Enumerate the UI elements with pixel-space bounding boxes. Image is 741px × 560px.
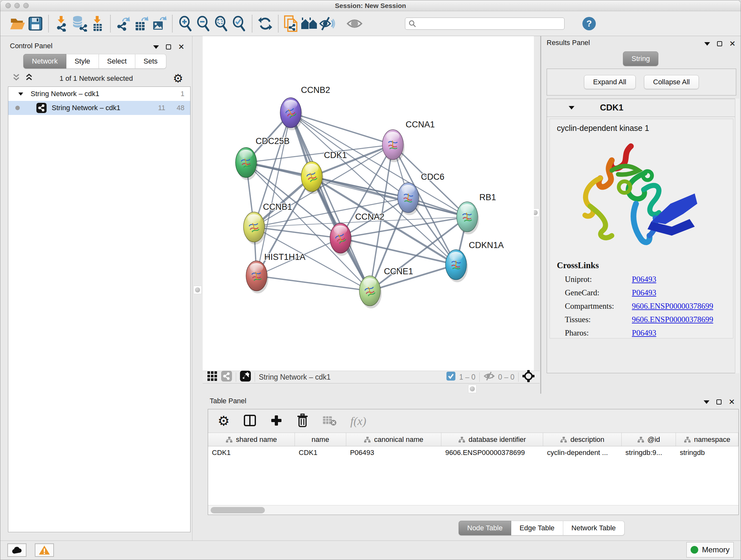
zoom-out-icon[interactable]: [194, 15, 212, 33]
network-node-CDKN1A[interactable]: CDKN1A: [446, 240, 504, 282]
import-network-file-icon[interactable]: [53, 15, 71, 33]
float-panel-icon[interactable]: [166, 44, 171, 50]
search-input[interactable]: [419, 20, 561, 28]
network-node-RB1[interactable]: RB1: [457, 192, 496, 234]
scrollbar-thumb[interactable]: [211, 507, 265, 513]
zoom-selected-icon[interactable]: [230, 15, 248, 33]
column-header-sharedname[interactable]: shared name: [208, 433, 295, 446]
zoom-fit-icon[interactable]: [212, 15, 230, 33]
tab-sets[interactable]: Sets: [135, 54, 166, 69]
zoom-in-icon[interactable]: [177, 15, 194, 33]
gene-section: CDK1 cyclin-dependent kinase 1: [547, 99, 736, 373]
column-header-databaseidentifier[interactable]: database identifier: [441, 433, 543, 446]
node-label: RB1: [479, 192, 496, 202]
toolbar-separator: [252, 15, 253, 32]
import-network-database-icon[interactable]: [71, 15, 88, 33]
netbar-separator: [518, 372, 519, 382]
warnings-button[interactable]: [35, 543, 54, 557]
column-header-canonicalname[interactable]: canonical name: [346, 433, 442, 446]
network-edge[interactable]: [254, 227, 340, 238]
apply-layout-icon[interactable]: [256, 15, 274, 33]
network-node-HIST1H1A[interactable]: HIST1H1A: [246, 252, 306, 294]
first-neighbors-icon[interactable]: [300, 15, 318, 33]
network-edge[interactable]: [257, 276, 370, 291]
network-row-selected[interactable]: String Network – cdk1 11 48: [8, 101, 190, 115]
selected-checkbox-icon[interactable]: [447, 372, 455, 382]
help-button[interactable]: ?: [583, 17, 596, 30]
tab-string-results[interactable]: String: [623, 51, 658, 66]
network-edge[interactable]: [291, 113, 370, 291]
export-network-icon[interactable]: [115, 15, 132, 33]
panel-menu-icon[interactable]: [153, 45, 159, 49]
column-header-id[interactable]: @id: [622, 433, 676, 446]
birdseye-toggle-icon[interactable]: [240, 371, 251, 383]
tab-network-table[interactable]: Network Table: [563, 521, 624, 536]
search-box[interactable]: [405, 17, 564, 30]
memory-status-dot: [690, 546, 698, 554]
tab-node-table[interactable]: Node Table: [459, 521, 511, 536]
left-splitter[interactable]: [192, 36, 203, 541]
table-panel-splitter[interactable]: [468, 385, 476, 393]
delete-column-trash-icon[interactable]: [296, 414, 309, 429]
collapse-all-button[interactable]: Collapse All: [644, 75, 699, 89]
node-label: CCNB2: [301, 85, 330, 95]
show-columns-icon[interactable]: [243, 414, 257, 428]
network-node-CCNA1[interactable]: CCNA1: [382, 120, 435, 162]
column-header-description[interactable]: description: [543, 433, 622, 446]
table-settings-gear-icon[interactable]: ⚙: [218, 413, 230, 429]
crosslink-link[interactable]: P06493: [632, 275, 656, 284]
table-row[interactable]: CDK1CDK1P064939606.ENSP00000378699cyclin…: [208, 446, 738, 460]
network-node-CCNE1[interactable]: CCNE1: [359, 266, 413, 308]
import-table-icon[interactable]: [88, 15, 106, 33]
column-header-name[interactable]: name: [295, 433, 346, 446]
node-label: CCNE1: [384, 266, 413, 276]
cloud-status-button[interactable]: [7, 543, 26, 557]
close-panel-icon[interactable]: ✕: [729, 398, 735, 406]
cloud-icon: [11, 546, 23, 554]
network-collection-row[interactable]: String Network – cdk1 1: [8, 87, 190, 101]
close-panel-icon[interactable]: ✕: [178, 43, 185, 51]
string-badge-icon[interactable]: [221, 371, 232, 383]
collection-collapse-icon[interactable]: [18, 92, 23, 95]
network-canvas[interactable]: CCNB2 CCNA1 CDC25B CDK1 CDC6 RB1 CCNB1 C…: [203, 36, 534, 371]
open-session-icon[interactable]: [9, 15, 26, 33]
network-edge[interactable]: [291, 113, 393, 145]
crosslink-link[interactable]: 9606.ENSP00000378699: [632, 315, 713, 324]
tab-style[interactable]: Style: [66, 54, 99, 69]
thumbnail-grid-icon[interactable]: [207, 371, 217, 383]
control-panel: Control Panel ✕ Network Style Select Set…: [0, 36, 192, 541]
results-panel: Results Panel ✕ String Expand All Collap…: [542, 36, 741, 394]
results-scrollbar[interactable]: [735, 99, 739, 373]
add-column-icon[interactable]: [270, 414, 283, 428]
network-selection-status: 1 of 1 Network selected: [0, 74, 192, 83]
crosslink-link[interactable]: P06493: [632, 288, 656, 297]
network-edge[interactable]: [340, 238, 456, 265]
crosslink-link[interactable]: 9606.ENSP00000378699: [632, 302, 713, 311]
tab-select[interactable]: Select: [99, 54, 135, 69]
panel-menu-icon[interactable]: [704, 400, 710, 404]
network-label: String Network – cdk1: [52, 104, 120, 112]
export-table-icon[interactable]: [132, 15, 150, 33]
column-header-namespace[interactable]: namespace: [676, 433, 738, 446]
table-hscrollbar[interactable]: [208, 505, 738, 515]
gene-collapse-icon[interactable]: [569, 106, 575, 110]
tab-edge-table[interactable]: Edge Table: [511, 521, 563, 536]
expand-all-button[interactable]: Expand All: [584, 75, 636, 89]
center-view-crosshair-icon[interactable]: [522, 370, 535, 384]
panel-menu-icon[interactable]: [704, 42, 710, 46]
export-image-icon[interactable]: [150, 15, 168, 33]
network-options-gear-icon[interactable]: ⚙: [173, 72, 183, 85]
table-panel: Table Panel ✕ ⚙ f(x): [203, 394, 741, 541]
hidden-eye-slash-icon: [483, 371, 495, 383]
close-panel-icon[interactable]: ✕: [729, 40, 736, 48]
show-all-icon[interactable]: [346, 15, 363, 33]
hide-selected-icon[interactable]: [318, 15, 336, 33]
float-panel-icon[interactable]: [717, 399, 722, 405]
new-network-from-selection-icon[interactable]: [282, 15, 300, 33]
save-session-icon[interactable]: [26, 15, 44, 33]
memory-button[interactable]: Memory: [686, 542, 734, 557]
gene-section-header[interactable]: CDK1: [547, 99, 736, 117]
float-panel-icon[interactable]: [717, 41, 722, 46]
crosslink-link[interactable]: P06493: [632, 328, 656, 337]
tab-network[interactable]: Network: [23, 54, 66, 69]
